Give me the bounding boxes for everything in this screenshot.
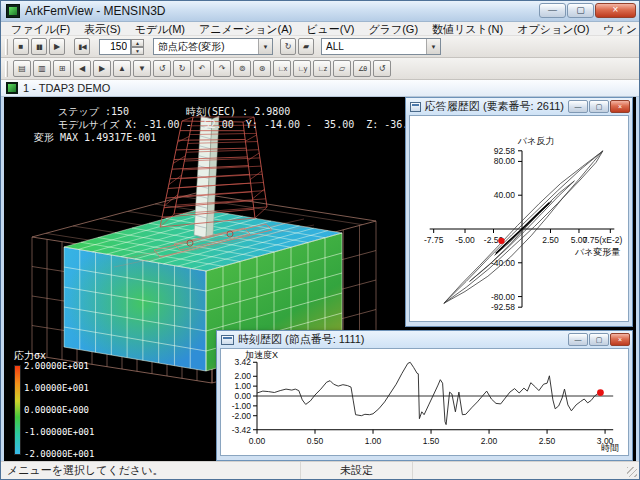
svg-text:時間: 時間 <box>601 443 619 453</box>
legend-label: -1.00000E+001 <box>24 427 94 437</box>
step-input[interactable] <box>99 39 131 55</box>
target-filter-value: ALL <box>326 41 344 52</box>
legend-label: 0.00000E+000 <box>24 405 94 415</box>
status-bar: メニューを選択してください。 未設定 <box>1 461 639 479</box>
hysteresis-window-titlebar[interactable]: 応答履歴図 (要素番号: 2611) — ▢ × <box>406 98 632 115</box>
stop-button[interactable]: ■ <box>13 38 29 55</box>
menu-graph[interactable]: グラフ(G) <box>361 22 425 36</box>
svg-text:バネ変形量: バネ変形量 <box>574 247 620 257</box>
menu-file[interactable]: ファイル(F) <box>4 22 77 36</box>
child-window-title: 1 - TDAP3 DEMO <box>23 82 110 94</box>
svg-text:0.00: 0.00 <box>249 436 266 446</box>
minimize-button[interactable]: — <box>568 333 588 346</box>
rotate-up-button[interactable]: ↶ <box>193 60 211 77</box>
pan-down-button[interactable]: ▼ <box>133 60 151 77</box>
hysteresis-window-title: 応答履歴図 (要素番号: 2611) <box>425 99 564 114</box>
pan-up-button[interactable]: ▲ <box>113 60 131 77</box>
stress-legend: 応力σx 2.00000E+0011.00000E+0010.00000E+00… <box>14 349 94 459</box>
svg-text:加速度X: 加速度X <box>245 350 278 360</box>
pan-right-button[interactable]: ▶ <box>93 60 111 77</box>
menu-bar: ファイル(F)表示(S)モデル(M)アニメーション(A)ビュー(V)グラフ(G)… <box>1 22 639 36</box>
view-isometric-button[interactable]: ▱ <box>333 60 351 77</box>
copy-model-view-button[interactable]: ▤ <box>13 60 31 77</box>
target-filter-combo[interactable]: ALL ▼ <box>321 38 441 55</box>
view-z-axis-button[interactable]: ∟z <box>313 60 331 77</box>
menu-model[interactable]: モデル(M) <box>128 22 192 36</box>
toolbar-grip <box>5 39 8 55</box>
model-window-icon <box>6 82 18 94</box>
overlay-deform-max: 変形 MAX 1.49317E-001 <box>34 131 156 145</box>
go-to-start-button[interactable]: ▮◀ <box>74 38 90 55</box>
view-angle-button[interactable]: ∠θ <box>353 60 371 77</box>
close-button[interactable]: × <box>595 3 636 18</box>
spin-ccw-button[interactable]: ⊚ <box>233 60 251 77</box>
legend-color-bar <box>14 365 21 455</box>
model-viewport[interactable]: ステップ :150 時刻(SEC) : 2.9800 モデルサイズ X: -31… <box>4 97 636 461</box>
window-title: ArkFemView - MENSIN3D <box>25 4 539 18</box>
menu-option[interactable]: オプション(O) <box>510 22 596 36</box>
hysteresis-chart: 92.5880.0040.00-40.00-80.00-92.58-7.75-5… <box>410 116 629 321</box>
time-history-window-titlebar[interactable]: 時刻歴図 (節点番号: 1111) — ▢ × <box>217 331 632 348</box>
mdi-area: ステップ :150 時刻(SEC) : 2.9800 モデルサイズ X: -31… <box>1 97 639 461</box>
close-button[interactable]: × <box>610 333 630 346</box>
time-history-window[interactable]: 時刻歴図 (節点番号: 1111) — ▢ × 3.422.001.000.00… <box>216 330 633 461</box>
svg-text:2.00: 2.00 <box>481 436 498 446</box>
maximize-button[interactable]: ▢ <box>589 100 609 113</box>
child-window-titlebar[interactable]: 1 - TDAP3 DEMO <box>1 80 639 97</box>
svg-text:2.00: 2.00 <box>234 371 251 381</box>
svg-text:-5.00: -5.00 <box>455 235 475 245</box>
svg-text:1.50: 1.50 <box>423 436 440 446</box>
fit-view-button[interactable]: ⊞ <box>53 60 71 77</box>
status-filler <box>413 462 639 479</box>
pan-left-button[interactable]: ◀ <box>73 60 91 77</box>
resize-grip-icon[interactable] <box>627 467 637 477</box>
legend-label: 1.00000E+001 <box>24 383 94 393</box>
menu-window[interactable]: ウィンドウ(W) <box>596 22 640 36</box>
minimize-button[interactable]: — <box>539 3 566 18</box>
menu-view[interactable]: ビュー(V) <box>299 22 361 36</box>
chevron-down-icon: ▼ <box>426 39 440 54</box>
menu-animation[interactable]: アニメーション(A) <box>192 22 299 36</box>
menu-display[interactable]: 表示(S) <box>77 22 128 36</box>
maximize-button[interactable]: ▢ <box>567 3 594 18</box>
time-history-window-title: 時刻歴図 (節点番号: 1111) <box>238 332 365 347</box>
svg-text:-7.75: -7.75 <box>424 235 444 245</box>
copy-window-button[interactable]: ▥ <box>33 60 51 77</box>
chart-window-icon <box>221 335 234 345</box>
status-message: メニューを選択してください。 <box>1 462 301 479</box>
response-type-value: 節点応答(変形) <box>158 40 225 54</box>
maximize-button[interactable]: ▢ <box>589 333 609 346</box>
rotate-down-button[interactable]: ↷ <box>213 60 231 77</box>
rotate-left-button[interactable]: ↺ <box>153 60 171 77</box>
pause-button[interactable]: ▮▮ <box>31 38 47 55</box>
redraw-button[interactable]: ↻ <box>280 38 296 55</box>
response-type-combo[interactable]: 節点応答(変形) ▼ <box>153 38 273 55</box>
view-x-axis-button[interactable]: ∟x <box>273 60 291 77</box>
legend-label: -2.00000E+001 <box>24 449 94 459</box>
contour-button[interactable]: ▰ <box>298 38 314 55</box>
step-down-button[interactable]: ▼ <box>131 47 144 55</box>
svg-text:7.75(xE-2): 7.75(xE-2) <box>583 235 623 245</box>
overlay-time: 時刻(SEC) : 2.9800 <box>186 105 290 119</box>
menu-numeric-list[interactable]: 数値リスト(N) <box>425 22 510 36</box>
view-reset-button[interactable]: ↺ <box>373 60 391 77</box>
svg-text:2.50: 2.50 <box>542 235 559 245</box>
legend-label: 2.00000E+001 <box>24 361 94 371</box>
rotate-right-button[interactable]: ↻ <box>173 60 191 77</box>
hysteresis-window[interactable]: 応答履歴図 (要素番号: 2611) — ▢ × 92.5880.0040.00… <box>405 97 633 327</box>
svg-text:0.50: 0.50 <box>307 436 324 446</box>
svg-text:-92.58: -92.58 <box>491 302 515 312</box>
view-toolbar: ▤▥⊞◀▶▲▼↺↻↶↷⊚⊛∟x∟y∟z▱∠θ↺ <box>1 58 639 80</box>
svg-text:-3.42: -3.42 <box>232 425 252 435</box>
spin-cw-button[interactable]: ⊛ <box>253 60 271 77</box>
minimize-button[interactable]: — <box>568 100 588 113</box>
play-button[interactable]: ▶ <box>49 38 65 55</box>
svg-text:-80.00: -80.00 <box>491 292 515 302</box>
app-window: ArkFemView - MENSIN3D — ▢ × ファイル(F)表示(S)… <box>0 0 640 480</box>
svg-text:2.50: 2.50 <box>539 436 556 446</box>
app-icon <box>6 4 20 18</box>
view-y-axis-button[interactable]: ∟y <box>293 60 311 77</box>
step-up-button[interactable]: ▲ <box>131 39 144 47</box>
close-button[interactable]: × <box>610 100 630 113</box>
chevron-down-icon: ▼ <box>258 39 272 54</box>
